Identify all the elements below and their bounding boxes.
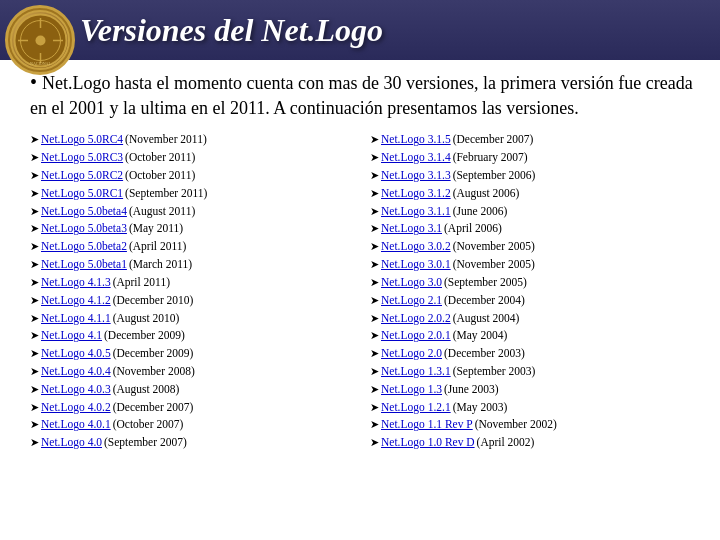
version-item-left-12: ➤Net.Logo 4.0.5 (December 2009) bbox=[30, 345, 360, 363]
version-date: (August 2010) bbox=[113, 310, 180, 328]
arrow-icon: ➤ bbox=[370, 274, 379, 291]
version-link[interactable]: Net.Logo 2.1 bbox=[381, 292, 442, 310]
arrow-icon: ➤ bbox=[30, 363, 39, 380]
version-date: (August 2004) bbox=[453, 310, 520, 328]
version-item-left-1: ➤Net.Logo 5.0RC3 (October 2011) bbox=[30, 149, 360, 167]
version-link[interactable]: Net.Logo 3.1 bbox=[381, 220, 442, 238]
version-link[interactable]: Net.Logo 3.1.4 bbox=[381, 149, 451, 167]
version-link[interactable]: Net.Logo 1.3.1 bbox=[381, 363, 451, 381]
intro-text: Net.Logo hasta el momento cuenta con mas… bbox=[20, 68, 700, 121]
versions-grid: ➤Net.Logo 5.0RC4 (November 2011)➤Net.Log… bbox=[20, 131, 700, 452]
version-item-right-14: ➤Net.Logo 1.3 (June 2003) bbox=[370, 381, 700, 399]
arrow-icon: ➤ bbox=[370, 149, 379, 166]
version-date: (June 2003) bbox=[444, 381, 499, 399]
arrow-icon: ➤ bbox=[30, 310, 39, 327]
version-link[interactable]: Net.Logo 2.0.2 bbox=[381, 310, 451, 328]
version-item-right-1: ➤Net.Logo 3.1.4 (February 2007) bbox=[370, 149, 700, 167]
arrow-icon: ➤ bbox=[30, 399, 39, 416]
version-date: (April 2011) bbox=[129, 238, 186, 256]
arrow-icon: ➤ bbox=[370, 434, 379, 451]
version-item-left-16: ➤Net.Logo 4.0.1 (October 2007) bbox=[30, 416, 360, 434]
version-link[interactable]: Net.Logo 4.0.4 bbox=[41, 363, 111, 381]
version-item-right-4: ➤Net.Logo 3.1.1 (June 2006) bbox=[370, 203, 700, 221]
version-item-right-12: ➤Net.Logo 2.0 (December 2003) bbox=[370, 345, 700, 363]
version-date: (December 2007) bbox=[113, 399, 194, 417]
arrow-icon: ➤ bbox=[30, 327, 39, 344]
version-link[interactable]: Net.Logo 3.0 bbox=[381, 274, 442, 292]
version-item-right-5: ➤Net.Logo 3.1 (April 2006) bbox=[370, 220, 700, 238]
arrow-icon: ➤ bbox=[30, 274, 39, 291]
version-date: (March 2011) bbox=[129, 256, 192, 274]
version-link[interactable]: Net.Logo 4.1.2 bbox=[41, 292, 111, 310]
arrow-icon: ➤ bbox=[30, 345, 39, 362]
version-item-right-6: ➤Net.Logo 3.0.2 (November 2005) bbox=[370, 238, 700, 256]
version-link[interactable]: Net.Logo 2.0.1 bbox=[381, 327, 451, 345]
version-link[interactable]: Net.Logo 3.1.2 bbox=[381, 185, 451, 203]
version-link[interactable]: Net.Logo 5.0beta3 bbox=[41, 220, 127, 238]
version-link[interactable]: Net.Logo 1.3 bbox=[381, 381, 442, 399]
arrow-icon: ➤ bbox=[30, 131, 39, 148]
version-date: (February 2007) bbox=[453, 149, 528, 167]
version-item-left-9: ➤Net.Logo 4.1.2 (December 2010) bbox=[30, 292, 360, 310]
version-link[interactable]: Net.Logo 5.0RC2 bbox=[41, 167, 123, 185]
version-link[interactable]: Net.Logo 2.0 bbox=[381, 345, 442, 363]
version-link[interactable]: Net.Logo 4.1 bbox=[41, 327, 102, 345]
version-link[interactable]: Net.Logo 5.0RC3 bbox=[41, 149, 123, 167]
version-date: (December 2009) bbox=[113, 345, 194, 363]
version-link[interactable]: Net.Logo 1.0 Rev D bbox=[381, 434, 475, 452]
version-item-left-17: ➤Net.Logo 4.0 (September 2007) bbox=[30, 434, 360, 452]
version-date: (September 2011) bbox=[125, 185, 207, 203]
arrow-icon: ➤ bbox=[370, 203, 379, 220]
version-date: (December 2007) bbox=[453, 131, 534, 149]
arrow-icon: ➤ bbox=[370, 345, 379, 362]
version-date: (November 2005) bbox=[453, 256, 535, 274]
version-link[interactable]: Net.Logo 3.1.1 bbox=[381, 203, 451, 221]
version-date: (October 2011) bbox=[125, 167, 195, 185]
arrow-icon: ➤ bbox=[30, 167, 39, 184]
version-date: (November 2002) bbox=[475, 416, 557, 434]
version-link[interactable]: Net.Logo 5.0beta4 bbox=[41, 203, 127, 221]
version-date: (September 2005) bbox=[444, 274, 527, 292]
version-date: (November 2011) bbox=[125, 131, 207, 149]
version-date: (September 2003) bbox=[453, 363, 536, 381]
version-date: (November 2008) bbox=[113, 363, 195, 381]
version-link[interactable]: Net.Logo 4.1.1 bbox=[41, 310, 111, 328]
version-date: (October 2011) bbox=[125, 149, 195, 167]
arrow-icon: ➤ bbox=[30, 220, 39, 237]
version-link[interactable]: Net.Logo 3.1.5 bbox=[381, 131, 451, 149]
version-item-right-17: ➤Net.Logo 1.0 Rev D (April 2002) bbox=[370, 434, 700, 452]
version-date: (December 2003) bbox=[444, 345, 525, 363]
version-link[interactable]: Net.Logo 4.0.2 bbox=[41, 399, 111, 417]
arrow-icon: ➤ bbox=[370, 131, 379, 148]
version-item-left-7: ➤Net.Logo 5.0beta1 (March 2011) bbox=[30, 256, 360, 274]
header: Versiones del Net.Logo bbox=[0, 0, 720, 60]
version-link[interactable]: Net.Logo 1.2.1 bbox=[381, 399, 451, 417]
arrow-icon: ➤ bbox=[30, 381, 39, 398]
arrow-icon: ➤ bbox=[30, 434, 39, 451]
version-link[interactable]: Net.Logo 5.0beta2 bbox=[41, 238, 127, 256]
version-link[interactable]: Net.Logo 5.0RC1 bbox=[41, 185, 123, 203]
version-link[interactable]: Net.Logo 5.0RC4 bbox=[41, 131, 123, 149]
version-date: (September 2007) bbox=[104, 434, 187, 452]
version-item-left-13: ➤Net.Logo 4.0.4 (November 2008) bbox=[30, 363, 360, 381]
version-link[interactable]: Net.Logo 3.0.1 bbox=[381, 256, 451, 274]
version-link[interactable]: Net.Logo 4.0 bbox=[41, 434, 102, 452]
version-date: (December 2009) bbox=[104, 327, 185, 345]
version-link[interactable]: Net.Logo 4.0.5 bbox=[41, 345, 111, 363]
version-item-right-0: ➤Net.Logo 3.1.5 (December 2007) bbox=[370, 131, 700, 149]
version-link[interactable]: Net.Logo 4.0.3 bbox=[41, 381, 111, 399]
slide-title: Versiones del Net.Logo bbox=[80, 12, 383, 49]
version-item-left-3: ➤Net.Logo 5.0RC1 (September 2011) bbox=[30, 185, 360, 203]
arrow-icon: ➤ bbox=[30, 292, 39, 309]
version-item-left-0: ➤Net.Logo 5.0RC4 (November 2011) bbox=[30, 131, 360, 149]
version-date: (December 2004) bbox=[444, 292, 525, 310]
version-link[interactable]: Net.Logo 1.1 Rev P bbox=[381, 416, 473, 434]
version-link[interactable]: Net.Logo 4.0.1 bbox=[41, 416, 111, 434]
arrow-icon: ➤ bbox=[370, 220, 379, 237]
version-item-right-11: ➤Net.Logo 2.0.1 (May 2004) bbox=[370, 327, 700, 345]
version-link[interactable]: Net.Logo 5.0beta1 bbox=[41, 256, 127, 274]
version-date: (August 2006) bbox=[453, 185, 520, 203]
version-link[interactable]: Net.Logo 3.0.2 bbox=[381, 238, 451, 256]
version-link[interactable]: Net.Logo 3.1.3 bbox=[381, 167, 451, 185]
version-link[interactable]: Net.Logo 4.1.3 bbox=[41, 274, 111, 292]
